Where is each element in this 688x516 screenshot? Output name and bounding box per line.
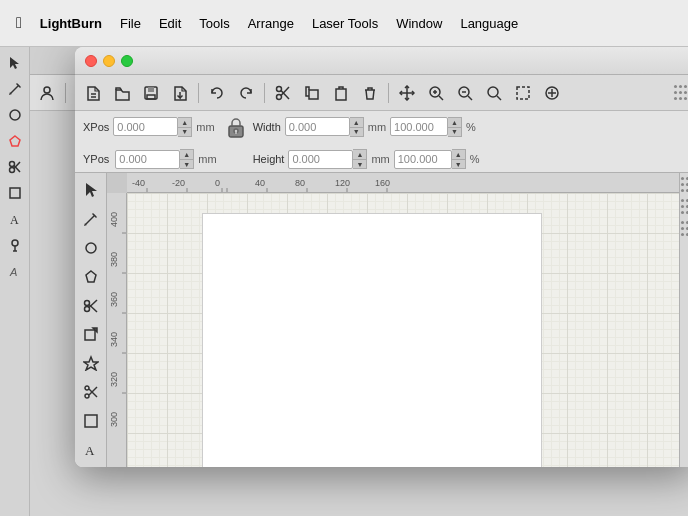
dots-grid: [681, 177, 688, 236]
close-button[interactable]: [85, 55, 97, 67]
ypos-input-group: ▲ ▼: [115, 149, 194, 169]
svg-rect-74: [517, 87, 529, 99]
menu-edit[interactable]: Edit: [151, 12, 189, 35]
dlg-text-tool[interactable]: A: [78, 437, 104, 463]
dlg-open-icon[interactable]: [108, 79, 136, 107]
ypos-label: YPos: [83, 153, 109, 165]
dlg-star-tool[interactable]: [78, 350, 104, 376]
dlg-frame-tool[interactable]: [78, 408, 104, 434]
menu-lightburn[interactable]: LightBurn: [32, 12, 110, 35]
dlg-undo-icon[interactable]: [203, 79, 231, 107]
height-up[interactable]: ▲: [353, 149, 367, 159]
menu-laser-tools[interactable]: Laser Tools: [304, 12, 386, 35]
width-unit: mm: [368, 121, 386, 133]
width-pct-up[interactable]: ▲: [448, 117, 462, 127]
dlg-zoom-fit-icon[interactable]: [480, 79, 508, 107]
xpos-input[interactable]: [113, 117, 178, 136]
svg-text:320: 320: [109, 372, 119, 387]
menu-tools[interactable]: Tools: [191, 12, 237, 35]
ypos-down[interactable]: ▼: [180, 159, 194, 169]
ypos-row: YPos ▲ ▼ mm Height ▲ ▼ mm: [83, 149, 687, 169]
main-text2-tool[interactable]: A: [3, 259, 27, 283]
dlg-extra-icon[interactable]: [538, 79, 566, 107]
dlg-cut2-tool[interactable]: [78, 379, 104, 405]
svg-line-41: [11, 85, 19, 93]
dlg-sep2: [264, 83, 265, 103]
height-pct-up[interactable]: ▲: [452, 149, 466, 159]
dialog-toolbar1: [75, 75, 688, 111]
dlg-pen-tool[interactable]: [78, 206, 104, 232]
dialog-window: XPos ▲ ▼ mm Width ▲ ▼: [75, 47, 688, 467]
lock-icon[interactable]: [223, 114, 249, 140]
dlg-polygon-tool[interactable]: [78, 264, 104, 290]
height-pct-spinner[interactable]: ▲ ▼: [452, 149, 466, 169]
height-input-group: ▲ ▼: [288, 149, 367, 169]
width-pct-input[interactable]: [390, 117, 448, 136]
menu-arrange[interactable]: Arrange: [240, 12, 302, 35]
dlg-rect-tool[interactable]: [78, 322, 104, 348]
apple-menu[interactable]: : [8, 14, 30, 32]
xpos-down[interactable]: ▼: [178, 127, 192, 137]
dlg-scissors-tool[interactable]: [78, 293, 104, 319]
main-scissors-tool[interactable]: [3, 155, 27, 179]
width-pct-group: ▲ ▼: [390, 117, 462, 137]
main-select-tool[interactable]: [3, 51, 27, 75]
canvas-grid[interactable]: [127, 193, 679, 467]
dlg-zoom-in-icon[interactable]: [422, 79, 450, 107]
user-icon[interactable]: [33, 79, 61, 107]
main-pen-tool[interactable]: [3, 77, 27, 101]
dlg-redo-icon[interactable]: [232, 79, 260, 107]
ypos-input[interactable]: [115, 150, 180, 169]
svg-text:300: 300: [109, 412, 119, 427]
main-ellipse-tool[interactable]: [3, 103, 27, 127]
svg-text:0: 0: [215, 178, 220, 188]
ypos-up[interactable]: ▲: [180, 149, 194, 159]
dlg-copy-icon[interactable]: [298, 79, 326, 107]
main-polygon-tool[interactable]: [3, 129, 27, 153]
height-spinner[interactable]: ▲ ▼: [353, 149, 367, 169]
svg-text:160: 160: [375, 178, 390, 188]
dlg-selection-icon[interactable]: [509, 79, 537, 107]
height-pct-group: ▲ ▼: [394, 149, 466, 169]
xpos-unit: mm: [196, 121, 214, 133]
width-pct-spinner[interactable]: ▲ ▼: [448, 117, 462, 137]
dlg-zoom-out-icon[interactable]: [451, 79, 479, 107]
height-input[interactable]: [288, 150, 353, 169]
height-pct-unit: %: [470, 153, 480, 165]
svg-point-42: [10, 110, 20, 120]
width-up[interactable]: ▲: [350, 117, 364, 127]
dlg-cut-icon[interactable]: [269, 79, 297, 107]
dlg-new-icon[interactable]: [79, 79, 107, 107]
svg-point-93: [85, 386, 89, 390]
minimize-button[interactable]: [103, 55, 115, 67]
ypos-spinner[interactable]: ▲ ▼: [180, 149, 194, 169]
xpos-up[interactable]: ▲: [178, 117, 192, 127]
svg-text:A: A: [85, 443, 95, 458]
position-row: XPos ▲ ▼ mm Width ▲ ▼: [75, 111, 688, 173]
height-down[interactable]: ▼: [353, 159, 367, 169]
width-input[interactable]: [285, 117, 350, 136]
menu-window[interactable]: Window: [388, 12, 450, 35]
menu-file[interactable]: File: [112, 12, 149, 35]
menu-language[interactable]: Language: [452, 12, 526, 35]
dlg-sep1: [198, 83, 199, 103]
dlg-export-icon[interactable]: [166, 79, 194, 107]
main-rect-tool[interactable]: [3, 181, 27, 205]
xpos-spinner[interactable]: ▲ ▼: [178, 117, 192, 137]
width-spinner[interactable]: ▲ ▼: [350, 117, 364, 137]
dlg-ellipse-tool[interactable]: [78, 235, 104, 261]
main-pin-tool[interactable]: [3, 233, 27, 257]
main-text-tool[interactable]: A: [3, 207, 27, 231]
dlg-delete-icon[interactable]: [356, 79, 384, 107]
dlg-paste-icon[interactable]: [327, 79, 355, 107]
dlg-select-tool[interactable]: [78, 177, 104, 203]
svg-text:A: A: [9, 266, 17, 278]
maximize-button[interactable]: [121, 55, 133, 67]
width-pct-down[interactable]: ▼: [448, 127, 462, 137]
height-pct-down[interactable]: ▼: [452, 159, 466, 169]
dlg-save-icon[interactable]: [137, 79, 165, 107]
dlg-move-icon[interactable]: [393, 79, 421, 107]
ruler-top: -40 -20 0 40 80 120 160: [127, 173, 679, 193]
width-down[interactable]: ▼: [350, 127, 364, 137]
height-pct-input[interactable]: [394, 150, 452, 169]
